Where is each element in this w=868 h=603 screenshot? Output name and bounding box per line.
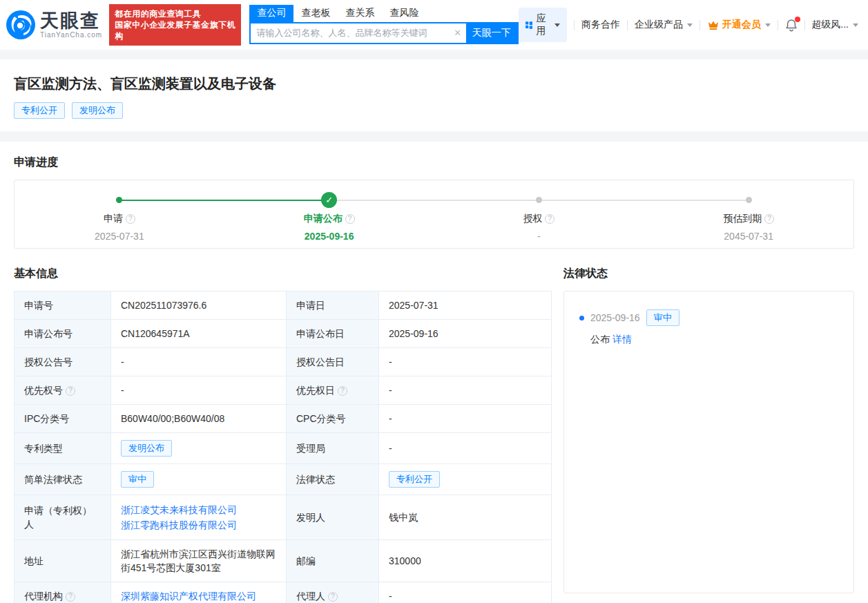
notification-bell-icon[interactable]: [785, 19, 798, 32]
nav-apps[interactable]: 应用: [519, 8, 568, 42]
chevron-down-icon: [687, 23, 693, 27]
applicant-link[interactable]: 浙江零跑科技股份有限公司: [121, 517, 276, 533]
patent-tags: 专利公开 发明公布: [14, 102, 854, 119]
nav-divider: [627, 20, 628, 30]
help-icon[interactable]: ?: [545, 214, 554, 224]
field-label: 授权公告号: [15, 348, 111, 376]
legal-status-section: 法律状态 2025-09-16 审中 公布 详情: [563, 267, 854, 603]
search-tab-company[interactable]: 查公司: [249, 5, 293, 22]
field-value: 2025-07-31: [379, 291, 552, 320]
field-label: 申请公布日: [287, 320, 379, 348]
help-icon[interactable]: ?: [66, 386, 75, 396]
search-input[interactable]: [251, 23, 449, 43]
legal-status-heading: 法律状态: [563, 267, 854, 281]
applicant-link[interactable]: 浙江凌艾未来科技有限公司: [121, 502, 276, 517]
slogan-line2: 国家中小企业发展子基金旗下机构: [115, 19, 235, 41]
notification-dot: [795, 17, 800, 22]
basic-info-heading: 基本信息: [14, 267, 551, 281]
table-row: 申请公布号 CN120645971A 申请公布日 2025-09-16: [15, 320, 552, 348]
nav-divider: [574, 20, 575, 30]
help-icon[interactable]: ?: [764, 214, 774, 224]
field-label: 代理机构?: [15, 582, 111, 603]
nav-enterprise-label: 企业级产品: [635, 19, 683, 31]
field-value: 310000: [379, 540, 552, 582]
step-date: 2025-09-16: [224, 231, 434, 242]
step-dot: [116, 197, 122, 203]
nav-divider: [778, 20, 778, 30]
nav-super-risk-label: 超级风...: [811, 19, 849, 31]
field-label: 简单法律状态: [15, 464, 111, 495]
nav-super-risk[interactable]: 超级风...: [811, 19, 858, 31]
tag-invention-publication: 发明公布: [72, 102, 123, 119]
step-date: -: [434, 231, 644, 242]
basic-info-section: 基本信息 申请号 CN202511073976.6 申请日 2025-07-31…: [14, 267, 551, 603]
search-button[interactable]: 天眼一下: [466, 23, 517, 43]
tianyancha-logo-icon: [6, 10, 36, 40]
clear-search-icon[interactable]: ✕: [450, 23, 466, 43]
help-icon[interactable]: ?: [328, 592, 338, 602]
field-label: IPC分类号: [15, 405, 111, 433]
patent-type-badge[interactable]: 发明公布: [121, 440, 172, 457]
legal-status-item-badge[interactable]: 审中: [646, 309, 679, 326]
chevron-down-icon: [853, 23, 858, 27]
field-label: CPC分类号: [287, 405, 379, 433]
field-value: -: [379, 433, 552, 464]
tianyancha-logo[interactable]: 天眼查 TianYanCha.com: [6, 10, 102, 40]
search-tab-relation[interactable]: 查关系: [338, 5, 382, 22]
field-value: CN202511073976.6: [111, 291, 287, 320]
step-dot: [536, 197, 542, 203]
field-value: 专利公开: [379, 464, 552, 495]
field-value: CN120645971A: [111, 320, 287, 348]
tag-patent-public: 专利公开: [14, 102, 65, 119]
help-icon[interactable]: ?: [338, 386, 347, 396]
nav-enterprise-products[interactable]: 企业级产品: [635, 19, 693, 31]
step-label: 授权?: [434, 213, 644, 225]
field-value: -: [379, 348, 552, 376]
legal-status-badge[interactable]: 专利公开: [389, 471, 440, 488]
field-value: B60W40/00;B60W40/08: [111, 405, 287, 433]
search-box: ✕ 天眼一下: [249, 22, 518, 44]
progress-step-apply: 申请? 2025-07-31: [15, 191, 224, 242]
legal-status-detail-link[interactable]: 详情: [613, 334, 632, 345]
step-label: 申请公布?: [224, 213, 434, 225]
application-progress-card: 申请? 2025-07-31 ✓ 申请公布? 2025-09-16 授权? - …: [14, 180, 854, 249]
field-label: 申请日: [287, 291, 379, 320]
nav-vip-label: 开通会员: [722, 19, 761, 31]
field-label: 优先权号?: [15, 376, 111, 405]
field-value: 深圳紫藤知识产权代理有限公司: [111, 582, 287, 603]
field-value: 浙江凌艾未来科技有限公司 浙江零跑科技股份有限公司: [111, 495, 287, 540]
progress-step-expiry: 预估到期? 2045-07-31: [644, 191, 853, 242]
step-label: 预估到期?: [644, 213, 853, 225]
patent-title-section: 盲区监测方法、盲区监测装置以及电子设备 专利公开 发明公布: [0, 59, 868, 131]
help-icon[interactable]: ?: [126, 214, 135, 224]
header-nav: 应用 商务合作 企业级产品 开通会员 超级: [519, 8, 858, 42]
brand-slogan-badge: 都在用的商业查询工具 国家中小企业发展子基金旗下机构: [109, 4, 241, 46]
field-value: 审中: [111, 464, 287, 495]
field-label: 优先权日?: [287, 376, 379, 405]
help-icon[interactable]: ?: [345, 214, 355, 224]
legal-status-text: 公布: [590, 334, 610, 345]
field-label: 申请公布号: [15, 320, 111, 348]
progress-steps: 申请? 2025-07-31 ✓ 申请公布? 2025-09-16 授权? - …: [15, 191, 853, 242]
agency-link[interactable]: 深圳紫藤知识产权代理有限公司: [121, 591, 256, 602]
field-label: 地址: [15, 540, 111, 582]
progress-step-publication: ✓ 申请公布? 2025-09-16: [224, 191, 434, 242]
help-icon[interactable]: ?: [66, 592, 75, 602]
legal-status-date: 2025-09-16: [590, 312, 640, 323]
nav-open-vip[interactable]: 开通会员: [707, 19, 771, 31]
logo-en: TianYanCha.com: [40, 31, 102, 39]
search-tab-risk[interactable]: 查风险: [382, 5, 426, 22]
table-row: 申请号 CN202511073976.6 申请日 2025-07-31: [15, 291, 552, 320]
legal-status-detail: 公布 详情: [590, 334, 838, 346]
simple-legal-status-badge[interactable]: 审中: [121, 471, 154, 488]
search-tabs: 查公司 查老板 查关系 查风险: [249, 6, 518, 22]
field-value: -: [111, 376, 287, 405]
search-tab-boss[interactable]: 查老板: [293, 5, 338, 22]
page-title: 盲区监测方法、盲区监测装置以及电子设备: [14, 75, 854, 93]
legal-status-card: 2025-09-16 审中 公布 详情: [563, 291, 854, 593]
bullet-dot-icon: [579, 316, 584, 320]
table-row: 简单法律状态 审中 法律状态 专利公开: [15, 464, 552, 495]
header-search: 查公司 查老板 查关系 查风险 ✕ 天眼一下: [249, 6, 518, 44]
nav-business-cooperation[interactable]: 商务合作: [581, 19, 620, 31]
site-header: 天眼查 TianYanCha.com 都在用的商业查询工具 国家中小企业发展子基…: [0, 0, 868, 50]
